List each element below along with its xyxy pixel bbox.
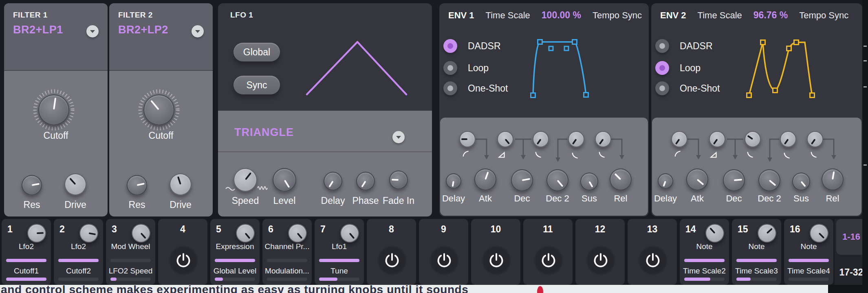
macro-dest-amount-bar[interactable] <box>58 278 99 281</box>
env1-curve-display[interactable] <box>527 38 596 103</box>
radio-dadsr-label: DADSR <box>680 41 713 52</box>
macro-source-amount-bar[interactable] <box>6 259 46 262</box>
macro-knob[interactable] <box>705 224 724 243</box>
env-rel-knob[interactable] <box>610 168 632 190</box>
power-button[interactable] <box>383 251 401 270</box>
drive-knob[interactable] <box>64 173 86 195</box>
macro-knob[interactable] <box>132 224 150 243</box>
cutoff-knob[interactable] <box>38 94 69 125</box>
env-curve-knob[interactable] <box>497 131 513 147</box>
macro-knob[interactable] <box>27 224 46 243</box>
env-curve-knob[interactable] <box>807 131 823 147</box>
lfo-phase-knob[interactable] <box>356 172 375 190</box>
macro-source-label: Channel Pr... <box>263 242 311 251</box>
macro-page-1-16[interactable]: 1-16 <box>836 219 866 255</box>
macro-knob[interactable] <box>236 224 255 243</box>
env-delay-knob[interactable] <box>658 173 673 189</box>
macro-knob[interactable] <box>758 224 776 243</box>
time-scale-value[interactable]: 96.76 % <box>753 10 788 21</box>
env-curve-knob[interactable] <box>533 131 549 147</box>
macro-source-amount-bar[interactable] <box>110 259 151 262</box>
chevron-down-icon[interactable] <box>392 131 405 143</box>
env-atk-knob[interactable] <box>686 168 708 190</box>
lfo-fadein-knob[interactable] <box>389 171 408 189</box>
macro-source-amount-bar[interactable] <box>267 259 307 262</box>
env-atk-knob[interactable] <box>474 168 496 190</box>
env-dec-knob[interactable] <box>511 169 533 191</box>
radio-oneshot[interactable] <box>655 81 669 95</box>
macro-knob[interactable] <box>340 224 359 243</box>
power-button[interactable] <box>591 251 610 270</box>
lfo-lower-section: TRIANGLE Speed Level Delay <box>218 111 432 216</box>
env-knob-label: Atk <box>679 193 716 204</box>
radio-oneshot[interactable] <box>443 81 457 95</box>
env-curve-knob[interactable] <box>459 131 476 147</box>
radio-oneshot-label: One-Shot <box>680 83 720 94</box>
env-knob-label: Dec <box>716 193 752 204</box>
env2-curve-display[interactable] <box>743 38 818 103</box>
env2-panel: ENV 2 Time Scale 96.76 % Tempo Sync OFF … <box>651 3 862 216</box>
env-dec2-knob[interactable] <box>546 169 568 191</box>
lfo-speed-knob[interactable] <box>234 168 257 192</box>
macro-knob[interactable] <box>79 224 98 243</box>
env-curve-knob[interactable] <box>595 131 611 147</box>
env-rel-knob[interactable] <box>822 168 844 190</box>
macro-dest-amount-bar[interactable] <box>267 278 307 281</box>
env-curve-knob[interactable] <box>709 131 725 147</box>
res-knob[interactable] <box>22 175 42 195</box>
power-button[interactable] <box>174 251 193 270</box>
macro-dest-amount-bar[interactable] <box>319 278 359 281</box>
chevron-down-icon[interactable] <box>86 25 99 37</box>
filter2-type-select[interactable]: BR2+LP2 <box>118 24 168 36</box>
power-button[interactable] <box>539 251 558 270</box>
env-curve-knob[interactable] <box>671 131 687 147</box>
macro-knob[interactable] <box>288 224 307 243</box>
lfo-global-button[interactable]: Global <box>234 43 280 61</box>
env-curve-knob[interactable] <box>780 131 796 147</box>
macro-dest-label: Time Scale2 <box>681 267 728 276</box>
env-curve-knob[interactable] <box>745 131 761 147</box>
macro-dest-amount-bar[interactable] <box>684 278 725 281</box>
macro-source-amount-bar[interactable] <box>684 259 725 262</box>
res-knob[interactable] <box>127 175 147 195</box>
fast-wave-icon <box>257 185 268 191</box>
chevron-down-icon[interactable] <box>192 25 204 37</box>
radio-oneshot-label: One-Shot <box>468 83 508 94</box>
macro-source-amount-bar[interactable] <box>736 259 777 262</box>
macro-source-amount-bar[interactable] <box>58 259 99 262</box>
macro-knob[interactable] <box>810 224 828 243</box>
env-knob-label: Dec 2 <box>751 193 788 204</box>
power-button[interactable] <box>643 251 662 270</box>
env-dec-knob[interactable] <box>723 169 745 191</box>
macro-source-amount-bar[interactable] <box>215 259 255 262</box>
power-button[interactable] <box>487 251 506 270</box>
macro-dest-amount-bar[interactable] <box>215 278 255 281</box>
power-button[interactable] <box>435 251 454 270</box>
radio-dadsr[interactable] <box>655 39 669 53</box>
macro-dest-amount-bar[interactable] <box>6 278 46 281</box>
lfo-level-knob[interactable] <box>273 168 296 192</box>
lfo-fadein-label: Fade In <box>376 195 421 206</box>
macro-dest-amount-bar[interactable] <box>736 278 777 281</box>
macro-dest-amount-bar[interactable] <box>789 278 829 281</box>
macro-slot-3: 3Mod WheelLFO2 Speed <box>106 219 155 285</box>
macro-source-amount-bar[interactable] <box>319 259 359 262</box>
macro-dest-amount-bar[interactable] <box>110 278 151 281</box>
radio-loop[interactable] <box>443 61 457 75</box>
cutoff-knob[interactable] <box>143 94 174 125</box>
lfo-sync-button[interactable]: Sync <box>234 76 280 94</box>
env-sus-knob[interactable] <box>792 173 810 190</box>
env-knob-label: Dec <box>504 193 540 204</box>
lfo-delay-knob[interactable] <box>324 172 342 190</box>
env-curve-knob[interactable] <box>568 131 584 147</box>
macro-source-amount-bar[interactable] <box>789 259 829 262</box>
radio-loop[interactable] <box>655 61 669 75</box>
radio-dadsr[interactable] <box>443 39 457 53</box>
drive-knob[interactable] <box>170 173 192 195</box>
env-dec2-knob[interactable] <box>758 169 780 191</box>
filter1-type-select[interactable]: BR2+LP1 <box>13 24 63 36</box>
env-delay-knob[interactable] <box>446 173 461 189</box>
env-sus-knob[interactable] <box>580 173 598 190</box>
lfo-shape-select[interactable]: TRIANGLE <box>234 126 294 139</box>
time-scale-value[interactable]: 100.00 % <box>542 10 581 21</box>
